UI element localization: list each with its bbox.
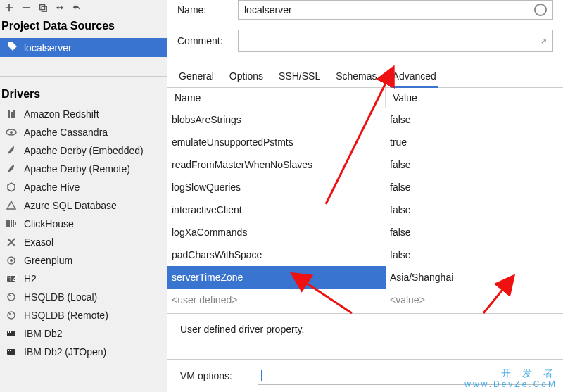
driver-label: Greenplum [24, 255, 72, 266]
property-value[interactable]: false [386, 244, 563, 266]
property-name: logXaCommands [167, 221, 386, 244]
property-row[interactable]: readFromMasterWhenNoSlavesfalse [167, 153, 563, 176]
property-row[interactable]: padCharsWithSpacefalse [167, 244, 563, 266]
tab-general[interactable]: General [177, 66, 215, 87]
color-circle-icon[interactable] [534, 4, 547, 16]
comment-label: Comment: [177, 35, 238, 46]
property-name: serverTimeZone [167, 266, 386, 289]
svg-point-8 [8, 293, 15, 301]
redshift-icon [6, 108, 17, 120]
driver-label: Apache Cassandra [24, 127, 108, 138]
hsql-icon [6, 310, 17, 321]
driver-item[interactable]: Apache Derby (Remote) [0, 160, 167, 178]
property-row[interactable]: emulateUnsupportedPstmtstrue [167, 131, 563, 153]
tab-options[interactable]: Options [228, 66, 265, 87]
azure-icon [6, 200, 17, 211]
feather-icon [6, 145, 17, 156]
clickhouse-icon [6, 218, 17, 229]
property-value[interactable]: false [386, 221, 563, 244]
exasol-icon [6, 236, 17, 248]
property-value[interactable]: <value> [386, 289, 563, 311]
property-row[interactable]: logXaCommandsfalse [167, 221, 563, 244]
datasource-item-localserver[interactable]: localserver [0, 38, 167, 57]
property-value[interactable]: true [386, 131, 563, 153]
driver-label: H2 [24, 273, 37, 284]
eye-icon [6, 127, 17, 138]
driver-label: HSQLDB (Local) [24, 291, 97, 303]
property-row[interactable]: blobsAreStringsfalse [167, 108, 563, 131]
svg-rect-17 [10, 350, 11, 351]
svg-point-9 [9, 295, 11, 296]
name-input[interactable]: localserver [238, 0, 553, 20]
driver-item[interactable]: Apache Cassandra [0, 123, 167, 141]
plus-icon[interactable] [4, 3, 14, 13]
project-data-sources-title: Project Data Sources [0, 15, 167, 37]
driver-item[interactable]: Apache Derby (Embedded) [0, 141, 167, 160]
db2-icon [6, 346, 17, 358]
th-value[interactable]: Value [386, 88, 563, 108]
svg-rect-16 [8, 350, 9, 351]
property-name: blobsAreStrings [167, 108, 386, 131]
driver-label: HSQLDB (Remote) [24, 310, 108, 321]
driver-item[interactable]: ClickHouse [0, 215, 167, 233]
h2-icon: H2 [6, 273, 17, 284]
driver-label: Azure SQL Database [24, 200, 117, 211]
svg-point-10 [8, 312, 15, 319]
vm-options-row: VM options: [167, 359, 563, 392]
copy-icon[interactable] [38, 3, 48, 13]
property-name: logSlowQueries [167, 176, 386, 198]
property-name: padCharsWithSpace [167, 244, 386, 266]
svg-rect-14 [10, 331, 11, 333]
driver-label: ClickHouse [24, 218, 74, 229]
expand-icon[interactable]: ↗ [540, 37, 547, 46]
property-row[interactable]: interactiveClientfalse [167, 198, 563, 221]
property-value[interactable]: false [386, 176, 563, 198]
name-value: localserver [244, 4, 292, 15]
svg-rect-1 [42, 6, 46, 11]
tab-ssh-ssl[interactable]: SSH/SSL [277, 66, 322, 87]
property-value[interactable]: false [386, 153, 563, 176]
tab-schemas[interactable]: Schemas [334, 66, 378, 87]
driver-item[interactable]: HSQLDB (Remote) [0, 306, 167, 324]
th-name[interactable]: Name [167, 88, 386, 108]
divider [0, 63, 167, 77]
name-label: Name: [177, 4, 238, 15]
driver-item[interactable]: HSQLDB (Local) [0, 288, 167, 306]
property-value[interactable]: false [386, 108, 563, 131]
datasource-label: localserver [24, 42, 72, 53]
property-description: User defined driver property. [167, 313, 563, 345]
driver-item[interactable]: Exasol [0, 233, 167, 251]
property-name: <user defined> [167, 289, 386, 311]
main-panel: Name: localserver Comment: ↗ GeneralOpti… [167, 0, 563, 392]
driver-item[interactable]: Apache Hive [0, 178, 167, 196]
table-header: Name Value [167, 88, 563, 108]
property-value[interactable]: Asia/Shanghai [386, 266, 563, 289]
sidebar-toolbar [0, 0, 167, 15]
svg-point-11 [9, 313, 11, 315]
vm-options-input[interactable] [258, 367, 550, 385]
driver-label: Apache Derby (Remote) [24, 163, 130, 175]
property-row[interactable]: logSlowQueriesfalse [167, 176, 563, 198]
comment-input[interactable]: ↗ [238, 30, 553, 52]
move-icon[interactable] [55, 3, 65, 13]
property-row[interactable]: serverTimeZoneAsia/Shanghai [167, 266, 563, 289]
driver-item[interactable]: H2H2 [0, 270, 167, 288]
svg-point-3 [10, 131, 13, 134]
feather-icon [6, 163, 17, 175]
tab-advanced[interactable]: Advanced [391, 66, 438, 87]
undo-icon[interactable] [72, 3, 82, 13]
drivers-title: Drivers [0, 84, 167, 105]
minus-icon[interactable] [21, 3, 31, 13]
driver-item[interactable]: IBM Db2 [0, 324, 167, 343]
hive-icon [6, 182, 17, 193]
driver-label: Apache Derby (Embedded) [24, 145, 144, 156]
property-row[interactable]: <user defined><value> [167, 289, 563, 311]
driver-label: IBM Db2 (JTOpen) [24, 346, 106, 358]
driver-item[interactable]: IBM Db2 (JTOpen) [0, 343, 167, 361]
table-body: blobsAreStringsfalseemulateUnsupportedPs… [167, 108, 563, 311]
svg-rect-13 [8, 331, 9, 333]
driver-item[interactable]: Azure SQL Database [0, 196, 167, 215]
driver-item[interactable]: Greenplum [0, 251, 167, 270]
property-value[interactable]: false [386, 198, 563, 221]
driver-item[interactable]: Amazon Redshift [0, 105, 167, 123]
